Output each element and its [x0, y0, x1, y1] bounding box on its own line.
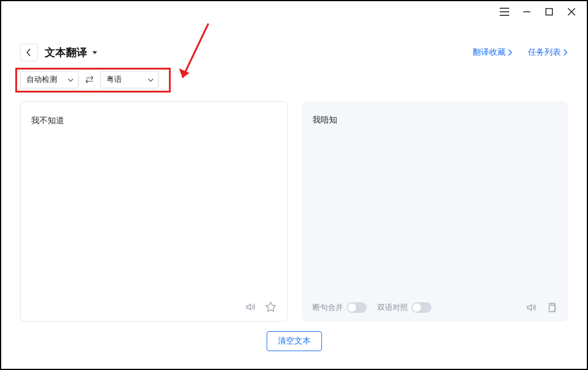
star-icon[interactable] — [264, 300, 278, 314]
target-language-select[interactable]: 粤语 — [100, 71, 159, 88]
tasks-link-label: 任务列表 — [528, 47, 561, 58]
svg-rect-0 — [546, 9, 553, 15]
source-pane-footer — [21, 293, 287, 321]
page-title-dropdown[interactable]: 文本翻译 — [45, 45, 98, 60]
segment-merge-label: 断句合并 — [313, 302, 343, 313]
target-pane-footer: 断句合并 双语对照 — [302, 293, 569, 322]
clear-text-label: 清空文本 — [278, 336, 311, 346]
header-bar: 文本翻译 翻译收藏 任务列表 — [20, 44, 568, 61]
maximize-button[interactable] — [543, 6, 555, 18]
target-language-label: 粤语 — [107, 74, 122, 85]
bilingual-label: 双语对照 — [377, 302, 408, 313]
favorites-link-label: 翻译收藏 — [473, 47, 506, 58]
chevron-down-icon — [68, 75, 74, 84]
menu-icon[interactable] — [499, 6, 510, 18]
translation-panes: 我不知道 我唔知 断句合并 双语对照 — [20, 101, 568, 322]
svg-marker-2 — [179, 68, 190, 78]
close-button[interactable] — [566, 6, 577, 18]
chevron-down-icon — [148, 75, 154, 84]
source-language-select[interactable]: 自动检测 — [20, 71, 79, 88]
speaker-icon[interactable] — [244, 300, 258, 314]
back-button[interactable] — [20, 44, 38, 61]
target-text-area: 我唔知 — [302, 101, 569, 293]
favorites-link[interactable]: 翻译收藏 — [473, 47, 513, 58]
caret-down-icon — [92, 47, 98, 58]
clear-text-button[interactable]: 清空文本 — [267, 331, 322, 351]
language-selector-row: 自动检测 粤语 — [20, 71, 159, 88]
segment-merge-toggle[interactable] — [347, 302, 367, 313]
window-controls — [499, 6, 577, 18]
source-text-area[interactable]: 我不知道 — [21, 102, 287, 293]
copy-icon[interactable] — [544, 300, 559, 315]
source-pane: 我不知道 — [20, 101, 288, 322]
source-language-label: 自动检测 — [26, 74, 57, 85]
tasks-link[interactable]: 任务列表 — [528, 47, 568, 58]
minimize-button[interactable] — [521, 6, 533, 18]
page-title: 文本翻译 — [45, 45, 87, 60]
bilingual-toggle[interactable] — [411, 302, 431, 313]
swap-languages-button[interactable] — [81, 71, 98, 88]
speaker-icon[interactable] — [524, 300, 539, 315]
target-pane: 我唔知 断句合并 双语对照 — [302, 101, 569, 322]
